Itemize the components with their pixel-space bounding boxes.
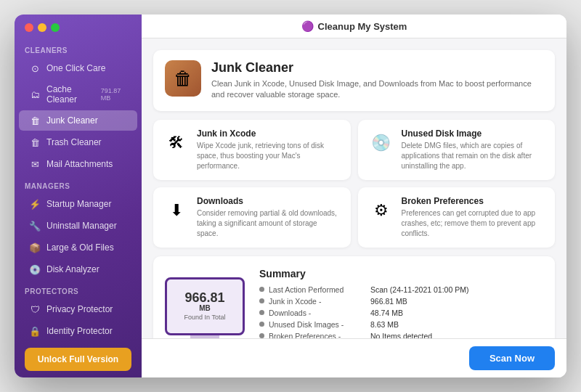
header-text: Junk Cleaner Clean Junk in Xcode, Unused… xyxy=(211,60,543,101)
sidebar-item-large-old-files[interactable]: 📦 Large & Old Files xyxy=(19,237,137,258)
bottom-bar: Scan Now xyxy=(142,338,566,377)
disk-image-icon: 💿 xyxy=(368,130,394,156)
total-size: 966.81 xyxy=(184,291,224,304)
summary-value-3: 8.63 MB xyxy=(370,320,399,329)
summary-row-3: Unused Disk Images - 8.63 MB xyxy=(259,320,543,329)
protectors-section-label: Protectors xyxy=(15,280,142,298)
sidebar-item-startup-manager[interactable]: ⚡ Startup Manager xyxy=(19,194,137,214)
page-title: Junk Cleaner xyxy=(211,60,543,75)
identity-protector-icon: 🔒 xyxy=(29,325,41,337)
disk-analyzer-icon: 💿 xyxy=(29,264,41,275)
summary-row-1: Junk in Xcode - 966.81 MB xyxy=(259,297,543,306)
privacy-protector-icon: 🛡 xyxy=(29,303,41,315)
summary-details: Summary Last Action Performed Scan (24-1… xyxy=(259,268,543,338)
summary-value-1: 966.81 MB xyxy=(370,297,407,306)
unlock-full-version-button[interactable]: Unlock Full Version xyxy=(25,348,131,371)
startup-manager-icon: ⚡ xyxy=(29,198,41,210)
main-content: 🟣 Cleanup My System 🗑 Junk Cleaner Clean… xyxy=(142,15,566,377)
managers-section-label: Managers xyxy=(15,175,142,193)
topbar-icon: 🟣 xyxy=(301,20,314,32)
traffic-lights xyxy=(15,15,142,39)
page-description: Clean Junk in Xcode, Unused Disk Image, … xyxy=(211,78,543,101)
one-click-care-icon: ⊙ xyxy=(29,62,41,74)
summary-value-4: No Items detected xyxy=(370,332,432,338)
uninstall-manager-icon: 🔧 xyxy=(29,220,41,232)
topbar-title: Cleanup My System xyxy=(318,21,407,32)
summary-dot-1 xyxy=(259,298,264,303)
summary-value-2: 48.74 MB xyxy=(370,309,403,317)
summary-title: Summary xyxy=(259,268,543,279)
downloads-feature-title: Downloads xyxy=(197,196,341,206)
sidebar-item-privacy-protector[interactable]: 🛡 Privacy Protector xyxy=(19,299,137,319)
monitor-screen: 966.81 MB Found In Total xyxy=(165,277,245,335)
cache-cleaner-icon: 🗂 xyxy=(29,89,41,100)
minimize-button[interactable] xyxy=(38,23,46,32)
mail-attachments-icon: ✉ xyxy=(29,158,41,170)
summary-label-3: Unused Disk Images - xyxy=(269,320,370,329)
sidebar: Cleaners ⊙ One Click Care 🗂 Cache Cleane… xyxy=(15,15,142,377)
xcode-icon: 🛠 xyxy=(163,130,190,156)
summary-value-0: Scan (24-11-2021 01:00 PM) xyxy=(370,285,468,294)
sidebar-item-mail-attachments[interactable]: ✉ Mail Attachments xyxy=(19,154,137,174)
sidebar-item-identity-protector[interactable]: 🔒 Identity Protector xyxy=(19,321,137,341)
sidebar-item-cache-cleaner[interactable]: 🗂 Cache Cleaner 791.87 MB xyxy=(19,80,137,109)
found-label: Found In Total xyxy=(184,314,226,321)
downloads-feature-desc: Consider removing partial & old download… xyxy=(197,208,341,239)
junk-cleaner-icon: 🗑 xyxy=(29,115,41,126)
sidebar-item-junk-cleaner[interactable]: 🗑 Junk Cleaner xyxy=(19,110,137,131)
trash-cleaner-icon: 🗑 xyxy=(29,136,41,148)
sidebar-item-trash-cleaner[interactable]: 🗑 Trash Cleaner xyxy=(19,132,137,152)
close-button[interactable] xyxy=(25,23,33,32)
header-card: 🗑 Junk Cleaner Clean Junk in Xcode, Unus… xyxy=(153,50,555,111)
monitor-display: 966.81 MB Found In Total xyxy=(165,277,245,338)
summary-label-1: Junk in Xcode - xyxy=(269,297,370,306)
summary-row-4: Broken Preferences - No Items detected xyxy=(259,332,543,338)
summary-row-0: Last Action Performed Scan (24-11-2021 0… xyxy=(259,285,543,294)
xcode-feature-title: Junk in Xcode xyxy=(197,128,341,139)
preferences-feature-desc: Preferences can get corrupted due to app… xyxy=(402,208,545,239)
summary-label-2: Downloads - xyxy=(269,309,370,317)
content-area: 🗑 Junk Cleaner Clean Junk in Xcode, Unus… xyxy=(142,38,566,338)
feature-card-xcode: 🛠 Junk in Xcode Wipe Xcode junk, retriev… xyxy=(153,120,351,180)
total-unit: MB xyxy=(199,304,211,312)
large-old-files-icon: 📦 xyxy=(29,242,41,253)
sidebar-item-one-click-care[interactable]: ⊙ One Click Care xyxy=(19,58,137,78)
disk-image-feature-desc: Delete DMG files, which are copies of ap… xyxy=(402,141,545,171)
feature-card-disk-image: 💿 Unused Disk Image Delete DMG files, wh… xyxy=(358,120,556,180)
summary-row-2: Downloads - 48.74 MB xyxy=(259,309,543,317)
summary-dot-0 xyxy=(259,287,264,292)
disk-image-feature-title: Unused Disk Image xyxy=(402,128,545,139)
app-window: Cleaners ⊙ One Click Care 🗂 Cache Cleane… xyxy=(15,15,566,377)
xcode-feature-desc: Wipe Xcode junk, retrieving tons of disk… xyxy=(197,141,341,171)
summary-label-0: Last Action Performed xyxy=(269,285,370,294)
cache-badge: 791.87 MB xyxy=(101,87,127,102)
cleaners-section-label: Cleaners xyxy=(15,39,142,57)
feature-grid: 🛠 Junk in Xcode Wipe Xcode junk, retriev… xyxy=(153,120,555,248)
topbar: 🟣 Cleanup My System xyxy=(142,15,566,38)
summary-dot-2 xyxy=(259,310,264,315)
feature-card-preferences: ⚙ Broken Preferences Preferences can get… xyxy=(358,187,556,248)
summary-card: 966.81 MB Found In Total Summary Last Ac… xyxy=(153,256,555,338)
feature-card-downloads: ⬇ Downloads Consider removing partial & … xyxy=(153,187,351,248)
summary-dot-3 xyxy=(259,322,264,327)
preferences-feature-title: Broken Preferences xyxy=(402,196,545,206)
scan-now-button[interactable]: Scan Now xyxy=(469,346,555,370)
sidebar-item-uninstall-manager[interactable]: 🔧 Uninstall Manager xyxy=(19,216,137,236)
summary-label-4: Broken Preferences - xyxy=(269,332,370,338)
maximize-button[interactable] xyxy=(51,23,60,32)
junk-cleaner-app-icon: 🗑 xyxy=(165,60,201,97)
sidebar-item-disk-analyzer[interactable]: 💿 Disk Analyzer xyxy=(19,259,137,279)
downloads-icon: ⬇ xyxy=(163,197,190,224)
summary-dot-4 xyxy=(259,333,264,338)
preferences-icon: ⚙ xyxy=(368,197,394,224)
